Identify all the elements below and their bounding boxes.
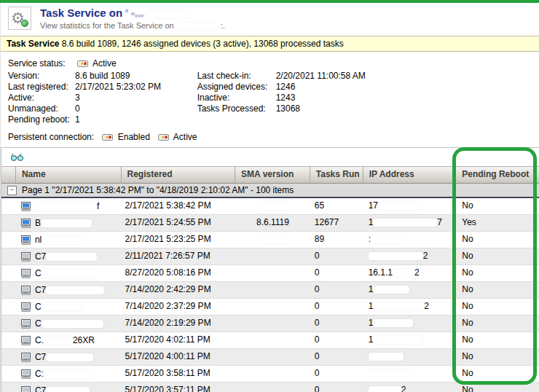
service-status-icon [77, 60, 88, 67]
device-table-row[interactable]: C7/14/2020 2:37:29 PM012No [1, 299, 539, 315]
redacted-text [46, 253, 97, 261]
registered-cell: 2/17/2021 5:23:25 PM [122, 232, 236, 248]
column-header-ip-address[interactable]: IP Address [363, 167, 454, 183]
ip-fragment: 2 [424, 301, 429, 311]
ip-fragment: 1 [369, 318, 374, 328]
collapse-expander-icon[interactable]: − [7, 186, 17, 195]
registered-cell: 7/14/2020 2:42:29 PM [122, 282, 236, 298]
device-name-cell: C7 [16, 282, 122, 298]
service-status-row: Service status: Active [8, 58, 539, 69]
redacted-text [42, 320, 103, 328]
device-table-row[interactable]: C77/14/2020 2:42:29 PM01No [1, 282, 539, 299]
page-title-text: Task Service on [40, 7, 122, 19]
device-name-cell: C [16, 315, 122, 332]
redacted-text [369, 369, 411, 377]
device-name-fragment: C: [35, 366, 44, 382]
device-name-fragment: f [97, 199, 99, 214]
ip-fragment: 1 [369, 217, 374, 227]
redacted-text [369, 386, 401, 392]
device-table-row[interactable]: C.26XR5/17/2020 4:02:11 PM01No [1, 332, 539, 349]
persistent-active-value: Active [173, 132, 197, 142]
device-name-fragment: nl [35, 232, 42, 248]
sma-version-cell [235, 282, 310, 298]
device-table-row[interactable]: C75/17/2020 4:00:11 PM0No [1, 349, 539, 366]
tasks-run-cell: 0 [310, 349, 363, 365]
tasks-run-cell: 0 [310, 248, 363, 264]
column-header-registered[interactable]: Registered [122, 167, 236, 183]
device-name-cell: C [16, 299, 122, 315]
persistent-connection-row: Persistent connection: Enabled Active [8, 131, 539, 143]
pending-reboot-cell: No [453, 232, 539, 248]
device-name-cell: C.26XR [16, 332, 122, 348]
assigned-devices-label: Assigned devices: [197, 82, 276, 93]
pending-reboot-cell: No [453, 299, 539, 315]
statistics-section: Service status: Active Version:8.6 build… [1, 58, 539, 143]
tasks-run-cell: 12677 [310, 215, 363, 231]
sma-version-cell [235, 198, 310, 214]
pending-reboot-label: Pending reboot: [8, 114, 75, 125]
device-name-cell: C [16, 265, 122, 281]
computer-icon [20, 302, 31, 312]
last-registered-label: Last registered: [8, 82, 75, 93]
version-label: Version: [8, 71, 75, 82]
redacted-text [46, 286, 104, 294]
device-table-row[interactable]: C8/27/2020 5:08:16 PM016.1.12No [1, 265, 539, 282]
computer-icon [20, 336, 31, 345]
row-indent-cell [1, 265, 16, 281]
registered-cell: 7/14/2020 2:19:29 PM [122, 315, 236, 332]
pending-reboot-cell: No [453, 383, 539, 392]
task-service-gear-icon: ⚙ [8, 7, 31, 30]
page-subtitle-text: View statistics for the Task Service on [40, 21, 174, 30]
redacted-text [44, 337, 73, 345]
column-header-tasks-run[interactable]: Tasks Run [310, 167, 363, 183]
sma-version-cell [235, 315, 310, 332]
redacted-text [373, 219, 437, 227]
pending-reboot-cell: No [453, 282, 539, 298]
ip-address-cell: 2 [363, 248, 454, 264]
column-header-name[interactable]: Name [16, 167, 122, 183]
device-name-cell: C7 [16, 383, 122, 392]
device-table-row[interactable]: C7/14/2020 2:19:29 PM01No [1, 315, 539, 332]
device-name-fragment: C [35, 299, 42, 315]
redacted-text [369, 252, 423, 260]
subtitle-redaction [176, 23, 219, 31]
device-table-row[interactable]: C:5/17/2020 3:58:11 PM0No [1, 366, 539, 383]
page-subtitle: View statistics for the Task Service on … [40, 21, 225, 31]
column-header-pending-reboot[interactable]: Pending Reboot [453, 167, 539, 183]
page-header: ⚙ Task Service on ' -... View statistics… [1, 3, 539, 34]
device-table-row[interactable]: C75/17/2020 3:57:11 PM02No [1, 383, 539, 392]
device-table-row[interactable]: C72/11/2021 7:26:57 PM02No [1, 248, 539, 265]
ip-fragment: 1 [369, 334, 374, 345]
device-name-cell: B [16, 215, 122, 231]
tasks-run-cell: 0 [310, 315, 363, 332]
ip-address-cell: 17 [363, 215, 454, 231]
redacted-text [42, 270, 96, 278]
row-indent-cell [1, 282, 16, 298]
device-table-row[interactable]: f2/17/2021 5:38:42 PM6517No [1, 198, 539, 215]
ip-fragment: 17 [369, 200, 378, 211]
icon-column-header [1, 167, 16, 183]
version-value: 8.6 build 1089 [75, 71, 130, 81]
sma-version-cell: 8.6.1119 [235, 215, 310, 231]
redacted-text [371, 235, 404, 243]
service-status-label: Service status: [8, 58, 75, 69]
device-table-row[interactable]: B2/17/2021 5:24:55 PM8.6.11191267717Yes [1, 215, 539, 232]
row-indent-cell [1, 248, 16, 264]
computer-icon [20, 252, 31, 262]
devices-grid-panel: Name Registered SMA version Tasks Run IP… [1, 147, 539, 392]
registered-cell: 7/14/2020 2:37:29 PM [122, 299, 236, 315]
redacted-text [257, 202, 288, 210]
tasks-run-cell: 0 [310, 282, 363, 298]
view-search-button[interactable] [8, 150, 27, 165]
ip-address-cell: 1 [363, 332, 454, 348]
pending-reboot-cell: No [453, 265, 539, 281]
registered-cell: 2/17/2021 5:24:55 PM [122, 215, 236, 231]
device-table-row[interactable]: nl2/17/2021 5:23:25 PM89:No [1, 232, 539, 248]
ip-address-cell [363, 349, 454, 365]
sma-version-cell [235, 232, 310, 248]
row-indent-cell [1, 383, 16, 392]
column-header-sma-version[interactable]: SMA version [235, 167, 310, 183]
banner-text: 8.6 build 1089, 1246 assigned devices (3… [62, 39, 344, 49]
tasks-run-cell: 0 [310, 299, 363, 315]
device-name-fragment: C7 [35, 383, 46, 392]
